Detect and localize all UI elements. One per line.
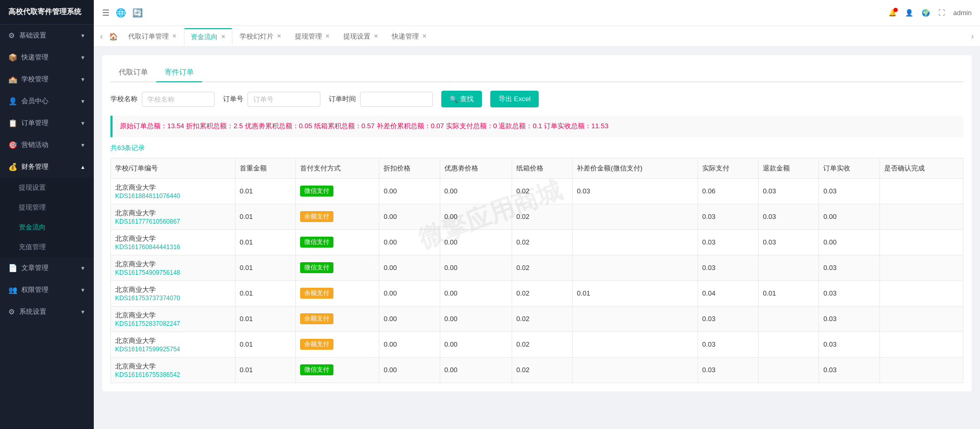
tab-prev-btn[interactable]: ‹ [98,32,105,41]
sub-tab-label-pickup: 代取订单 [119,68,148,76]
cell-supplement [573,204,698,229]
tab-close-express-mgmt[interactable]: ✕ [422,33,427,40]
order-school: 北京商业大学 [115,209,231,218]
sidebar-item-member-center[interactable]: 👤 会员中心 ▼ [0,90,94,112]
main-area: ☰ 🌐 🔄 🔔 👤 🌍 ⛶ admin ‹ 🏠 代取订单管理 ✕ 资金流向 ✕ [94,0,980,429]
sidebar-label-system-settings: 系统设置 [19,307,46,316]
order-time-input[interactable] [360,92,433,107]
pay-badge: 余额支付 [300,339,333,350]
sidebar-item-recharge-mgmt[interactable]: 充值管理 [0,237,94,257]
notification-icon[interactable]: 🔔 [888,9,897,17]
pay-badge: 余额支付 [300,288,333,299]
cell-discount: 0.00 [379,178,440,204]
refresh-icon[interactable]: 🔄 [132,8,143,18]
cell-school-order: 北京商业大学 KDS161752837082247 [111,306,235,332]
order-time-group: 订单时间 [329,92,433,107]
tab-label-express-mgmt: 快递管理 [392,32,419,41]
cell-school-order: 北京商业大学 KDS161760844441316 [111,229,235,255]
sidebar-item-article-mgmt[interactable]: 📄 文章管理 ▼ [0,257,94,279]
chevron-icon: ▼ [80,309,85,315]
cell-discount: 0.00 [379,229,440,255]
record-number: 63 [117,144,125,152]
order-no-input[interactable] [247,92,320,107]
sidebar: 高校代取寄件管理系统 ⚙ 基础设置 ▼ 📦 快递管理 ▼ 🏫 学校管理 ▼ 👤 … [0,0,94,429]
tab-close-withdrawal-settings[interactable]: ✕ [374,33,378,40]
record-count: 共63条记录 [110,143,963,153]
data-table: 学校/订单编号 首重金额 首付支付方式 折扣价格 优惠劵价格 纸箱价格 补差价金… [110,158,963,383]
chevron-icon: ▼ [80,77,85,82]
sidebar-item-withdrawal-mgmt[interactable]: 提现管理 [0,198,94,217]
sidebar-label-fund-flow: 资金流向 [19,223,46,231]
tab-order-mgmt[interactable]: 代取订单管理 ✕ [122,29,183,44]
finance-submenu: 提现设置 提现管理 资金流向 充值管理 [0,178,94,257]
pay-badge: 微信支付 [300,186,333,197]
language-icon[interactable]: 🌍 [922,9,930,17]
content-area: 代取订单 寄件订单 学校名称 订单号 订单时间 [94,47,980,429]
sidebar-item-finance-mgmt[interactable]: 💰 财务管理 ▲ [0,156,94,178]
sidebar-item-school-mgmt[interactable]: 🏫 学校管理 ▼ [0,68,94,90]
tab-close-withdrawal-mgmt[interactable]: ✕ [325,33,330,40]
order-school: 北京商业大学 [115,285,231,295]
cell-actual-pay: 0.03 [698,229,758,255]
tab-express-mgmt[interactable]: 快递管理 ✕ [386,29,433,44]
sidebar-item-fund-flow[interactable]: 资金流向 [0,217,94,237]
cell-refund [759,332,819,357]
school-name-group: 学校名称 [110,92,215,107]
sidebar-label-marketing: 营销活动 [21,140,48,150]
globe-icon[interactable]: 🌐 [116,8,126,18]
sidebar-item-permission-mgmt[interactable]: 👥 权限管理 ▼ [0,279,94,301]
cell-confirmed [879,229,963,255]
sidebar-label-order-mgmt: 订单管理 [21,118,48,128]
cell-received: 0.00 [819,229,879,255]
content-card: 代取订单 寄件订单 学校名称 订单号 订单时间 [102,55,972,391]
tab-school-carousel[interactable]: 学校幻灯片 ✕ [233,29,288,44]
tab-fund-flow[interactable]: 资金流向 ✕ [184,28,232,45]
sidebar-item-basic-settings[interactable]: ⚙ 基础设置 ▼ [0,24,94,46]
cell-received: 0.03 [819,332,879,357]
sub-tab-send-order[interactable]: 寄件订单 [156,64,202,82]
sidebar-label-article-mgmt: 文章管理 [21,263,48,273]
order-id: KDS161777610560867 [115,218,231,225]
tab-withdrawal-settings[interactable]: 提现设置 ✕ [337,29,384,44]
fullscreen-icon[interactable]: ⛶ [938,9,945,17]
col-discount: 折扣价格 [379,158,440,178]
tab-close-school-carousel[interactable]: ✕ [277,33,281,40]
sidebar-item-express-mgmt[interactable]: 📦 快递管理 ▼ [0,46,94,68]
col-school-order: 学校/订单编号 [111,158,235,178]
cell-actual-pay: 0.03 [698,332,758,357]
chevron-icon: ▼ [80,99,85,104]
col-received: 订单实收 [819,158,879,178]
sidebar-label-recharge-mgmt: 充值管理 [19,243,46,251]
user-avatar-icon[interactable]: 👤 [905,9,913,17]
cell-supplement [573,255,698,280]
cell-discount: 0.00 [379,306,440,332]
cell-refund: 0.01 [759,280,819,306]
cell-pay-method: 余额支付 [296,204,379,229]
tab-withdrawal-mgmt[interactable]: 提现管理 ✕ [289,29,336,44]
tab-next-btn[interactable]: › [969,32,976,41]
cell-pay-method: 微信支付 [296,255,379,280]
cell-actual-pay: 0.03 [698,255,758,280]
tab-close-fund-flow[interactable]: ✕ [221,33,226,40]
app-title: 高校代取寄件管理系统 [0,0,94,24]
menu-icon[interactable]: ☰ [102,8,109,18]
cell-received: 0.03 [819,357,879,383]
home-tab[interactable]: 🏠 [106,32,121,41]
sidebar-item-withdrawal-settings[interactable]: 提现设置 [0,178,94,198]
cell-pay-method: 微信支付 [296,357,379,383]
cell-box: 0.02 [512,332,573,357]
search-button[interactable]: 🔍 查找 [441,91,482,107]
sidebar-label-express-mgmt: 快递管理 [21,53,48,62]
cell-actual-pay: 0.03 [698,357,758,383]
tab-close-order-mgmt[interactable]: ✕ [172,33,177,40]
cell-coupon: 0.00 [440,306,512,332]
school-name-input[interactable] [142,92,215,107]
cell-refund [759,255,819,280]
sidebar-item-system-settings[interactable]: ⚙ 系统设置 ▼ [0,301,94,323]
sub-tab-pickup-order[interactable]: 代取订单 [110,64,156,81]
export-button[interactable]: 导出 Excel [490,91,539,107]
sidebar-item-marketing[interactable]: 🎯 营销活动 ▼ [0,134,94,156]
sidebar-item-order-mgmt[interactable]: 📋 订单管理 ▼ [0,112,94,134]
tab-label-order-mgmt: 代取订单管理 [128,32,169,41]
cell-refund: 0.03 [759,229,819,255]
